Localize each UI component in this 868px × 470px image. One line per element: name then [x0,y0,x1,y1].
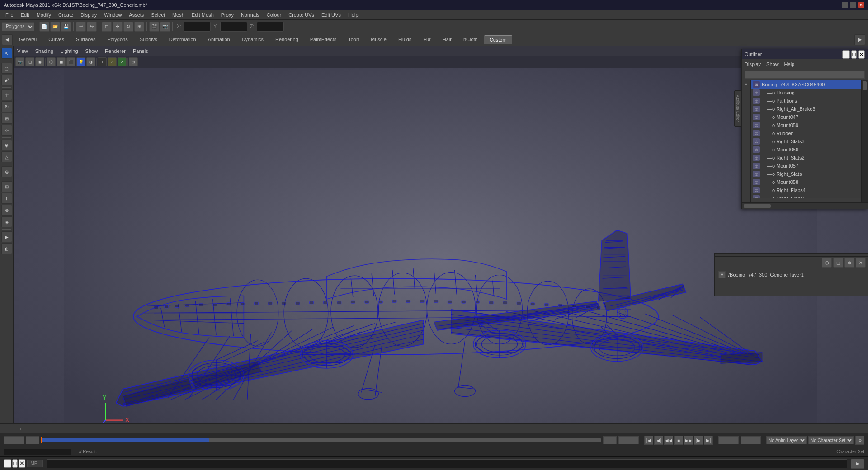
outliner-item-5[interactable]: ◎—o Mount059 [751,121,861,129]
menu-item-create[interactable]: Create [55,11,77,19]
close-button[interactable]: ✕ [858,2,864,8]
paint-button[interactable]: 🖌 [1,75,12,85]
go-start-button[interactable]: |◀ [644,436,653,445]
outliner-search-input[interactable] [745,70,865,79]
scale-tool[interactable]: ⊞ [134,22,144,32]
sculpt-button[interactable]: △ [1,151,12,162]
menu-item-assets[interactable]: Assets [125,11,147,19]
viewport-menu-item-view[interactable]: View [17,48,28,54]
vp-smooth-button[interactable]: ◼ [57,57,66,66]
outliner-item-9[interactable]: ◎—o Right_Slats2 [751,154,861,162]
outliner-item-2[interactable]: ◎—o Partitions [751,97,861,105]
outliner-menu-show[interactable]: Show [766,61,779,67]
shelf-tab-deformation[interactable]: Deformation [164,35,202,44]
anim-layer-select[interactable]: No Anim Layer [766,436,807,444]
outliner-menu-help[interactable]: Help [784,61,795,67]
shelf-tab-surfaces[interactable]: Surfaces [71,35,101,44]
shelf-tab-muscle[interactable]: Muscle [365,35,392,44]
vp-wireframe-button[interactable]: ⬡ [47,57,56,66]
shelf-tab-toon[interactable]: Toon [343,35,364,44]
snap-curve-button[interactable]: ⌇ [1,193,12,204]
shelf-icon-left[interactable]: ◀ [2,34,13,45]
layers-btn4[interactable]: ✕ [856,258,866,268]
timeline-options-button[interactable]: ⚙ [855,436,864,445]
play-forward-button[interactable]: ▶▶ [684,436,693,445]
x-coord-input[interactable] [184,22,211,32]
mel-label[interactable]: MEL [27,460,43,467]
vp-texture-button[interactable]: ⬛ [66,57,75,66]
shelf-tab-painteffects[interactable]: PaintEffects [305,35,342,44]
scale-lt-button[interactable]: ⊞ [1,113,12,124]
outliner-titlebar[interactable]: Outliner — □ ✕ [742,49,868,59]
save-button[interactable]: 💾 [61,22,71,32]
outliner-item-10[interactable]: ◎—o Mount057 [751,162,861,170]
outliner-item-8[interactable]: ◎—o Mount056 [751,146,861,154]
render-lt-button[interactable]: ▶ [1,231,12,242]
shelf-tab-general[interactable]: General [14,35,42,44]
menu-item-proxy[interactable]: Proxy [217,11,237,19]
soft-mod-button[interactable]: ◉ [1,140,12,150]
shelf-tab-fluids[interactable]: Fluids [393,35,417,44]
transform-lt-button[interactable]: ⊹ [1,125,12,136]
shelf-tab-curves[interactable]: Curves [43,35,70,44]
anim-start-input[interactable]: 1.00 [718,436,739,444]
vp-quality-low[interactable]: 1 [98,57,107,66]
shelf-tab-animation[interactable]: Animation [203,35,236,44]
outliner-scroll-thumb[interactable] [863,81,867,90]
playback-end-input[interactable]: 24 [603,436,617,444]
mode-select[interactable]: Polygons [2,22,34,31]
shelf-tab-rendering[interactable]: Rendering [270,35,304,44]
script-win-min[interactable]: — [4,459,11,468]
go-end-button[interactable]: ▶| [704,436,713,445]
mel-input[interactable] [47,459,847,468]
layers-btn1[interactable]: ⬡ [822,258,832,268]
new-button[interactable]: 📄 [39,22,49,32]
menu-item-create uvs[interactable]: Create UVs [285,11,318,19]
z-coord-input[interactable] [257,22,284,32]
step-back-button[interactable]: ◀| [654,436,663,445]
open-button[interactable]: 📂 [50,22,60,32]
layers-btn3[interactable]: ⊕ [844,258,854,268]
step-forward-button[interactable]: |▶ [694,436,703,445]
viewport-menu-item-show[interactable]: Show [85,48,98,54]
outliner-item-3[interactable]: ◎—o Right_Air_Brake3 [751,105,861,113]
outliner-item-1[interactable]: ◎—o Housing [751,89,861,97]
outliner-item-13[interactable]: ◎—o Right_Flaps4 [751,186,861,194]
move-lt-button[interactable]: ✛ [1,89,12,100]
playback-start-input[interactable]: 1 [26,436,39,444]
outliner-minimize[interactable]: — [842,50,850,59]
script-win-max[interactable]: □ [12,459,18,468]
menu-item-edit uvs[interactable]: Edit UVs [318,11,344,19]
shelf-tab-hair[interactable]: Hair [437,35,457,44]
menu-item-modify[interactable]: Modify [33,11,55,19]
viewport-menu-item-renderer[interactable]: Renderer [105,48,126,54]
outliner-item-0[interactable]: ⊞Boeing_747FBXASC045400 [751,80,861,89]
shelf-tab-polygons[interactable]: Polygons [102,35,133,44]
outliner-item-4[interactable]: ◎—o Mount047 [751,113,861,121]
shelf-icon-right[interactable]: ▶ [854,34,865,45]
anim-end-input[interactable]: 48.00 [741,436,761,444]
stop-button[interactable]: ■ [674,436,683,445]
menu-item-help[interactable]: Help [344,11,362,19]
vp-grid-button[interactable]: ⊞ [129,57,138,66]
rotate-lt-button[interactable]: ↻ [1,101,12,112]
redo-button[interactable]: ↪ [87,22,97,32]
menu-item-display[interactable]: Display [77,11,100,19]
vp-select-button[interactable]: ◻ [25,57,34,66]
outliner-item-7[interactable]: ◎—o Right_Slats3 [751,137,861,146]
char-set-select[interactable]: No Character Set [808,436,854,444]
menu-item-window[interactable]: Window [100,11,125,19]
ipr-button[interactable]: 📷 [160,22,170,32]
outliner-item-12[interactable]: ◎—o Mount058 [751,178,861,186]
shelf-tab-dynamics[interactable]: Dynamics [236,35,269,44]
vp-isolate-button[interactable]: ◉ [35,57,44,66]
viewport-menu-item-panels[interactable]: Panels [133,48,148,54]
outliner-item-11[interactable]: ◎—o Right_Slats [751,170,861,178]
vp-cameras-button[interactable]: 📷 [15,57,24,66]
layer-visibility[interactable]: V [718,271,726,278]
frame-end-input[interactable]: 24.00 [618,436,639,444]
select-mode-button[interactable]: ↖ [1,48,12,59]
show-manip-button[interactable]: ⊛ [1,166,12,177]
lasso-button[interactable]: ◌ [1,63,12,74]
timeline-ruler[interactable]: 1 [0,423,868,433]
